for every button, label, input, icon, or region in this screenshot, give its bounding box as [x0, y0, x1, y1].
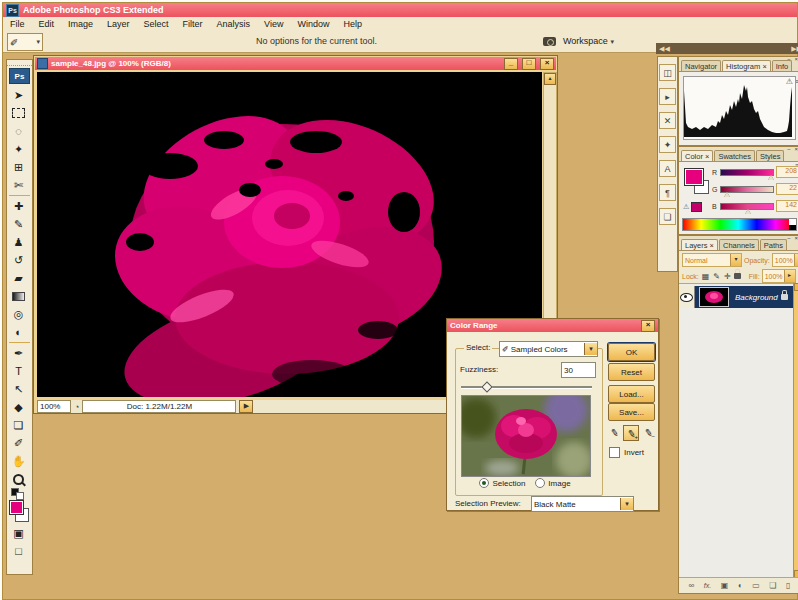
adjustment-layer-icon[interactable]: ◐ — [738, 581, 743, 590]
scroll-up-button[interactable] — [794, 283, 798, 291]
dialog-title-bar[interactable]: Color Range × — [447, 319, 658, 332]
color-spectrum-ramp[interactable] — [682, 218, 797, 231]
type-tool[interactable]: T — [7, 362, 30, 380]
expand-dock-button[interactable]: ▶▶ — [791, 45, 798, 53]
layer-name[interactable]: Background — [735, 293, 781, 302]
lock-pixels-icon[interactable]: ✎ — [713, 272, 720, 281]
tab-channels[interactable]: Channels — [719, 239, 759, 250]
link-layers-icon[interactable]: ∞ — [689, 581, 695, 590]
slider-thumb[interactable] — [768, 175, 774, 180]
selection-preview-dropdown[interactable]: Black Matte ▾ — [531, 496, 634, 512]
blur-tool[interactable]: ◎ — [7, 305, 30, 323]
green-slider[interactable] — [720, 186, 774, 193]
pen-tool[interactable]: ✒ — [7, 344, 30, 362]
panel-icon[interactable]: ▸ — [659, 88, 676, 105]
shape-tool[interactable]: ◆ — [7, 398, 30, 416]
lock-position-icon[interactable]: ✛ — [724, 272, 731, 281]
tab-close-icon[interactable]: × — [705, 152, 709, 161]
layers-scrollbar[interactable] — [793, 283, 798, 578]
reset-button[interactable]: Reset — [608, 363, 655, 381]
new-layer-icon[interactable]: ❏ — [769, 581, 776, 590]
close-button[interactable]: × — [540, 58, 554, 70]
gamut-color-swatch[interactable] — [691, 202, 702, 212]
tab-layers[interactable]: Layers × — [681, 239, 718, 250]
workspace-menu[interactable]: Workspace ▾ — [563, 36, 614, 46]
current-tool-button[interactable]: ✐ ▾ — [7, 33, 43, 51]
hand-tool[interactable]: ✋ — [7, 452, 30, 470]
eyedropper-tool[interactable]: ✐ — [7, 434, 30, 452]
chevron-down-icon[interactable]: ▾ — [584, 343, 597, 355]
dodge-tool[interactable]: ◐ — [7, 323, 30, 341]
menu-select[interactable]: Select — [137, 19, 176, 29]
checkbox-icon[interactable] — [609, 447, 620, 458]
visibility-toggle[interactable] — [679, 286, 695, 308]
chevron-down-icon[interactable]: ▾ — [730, 254, 741, 266]
fuzziness-slider[interactable] — [461, 383, 592, 391]
default-colors-button[interactable] — [7, 488, 30, 498]
zoom-tool[interactable] — [7, 470, 30, 488]
menu-image[interactable]: Image — [61, 19, 100, 29]
menu-view[interactable]: View — [257, 19, 290, 29]
bridge-icon[interactable] — [543, 37, 556, 46]
chevron-right-icon[interactable]: ▸ — [784, 270, 795, 282]
layer-thumbnail[interactable] — [699, 287, 729, 307]
crop-tool[interactable]: ⊞ — [7, 158, 30, 176]
notes-tool[interactable]: ❏ — [7, 416, 30, 434]
red-value[interactable]: 208 — [776, 166, 798, 178]
blue-value[interactable]: 142 — [776, 200, 798, 212]
chevron-down-icon[interactable]: ▾ — [36, 38, 40, 46]
collapse-dock-button[interactable]: ◀◀ — [659, 45, 670, 53]
minimize-button[interactable]: _ — [504, 58, 518, 70]
tab-color[interactable]: Color × — [681, 150, 713, 161]
background-layer-row[interactable]: Background — [679, 286, 794, 308]
quick-mask-button[interactable]: ▣ — [7, 524, 30, 542]
image-radio[interactable]: Image — [535, 478, 570, 488]
brush-tool[interactable]: ✎ — [7, 215, 30, 233]
healing-brush-tool[interactable]: ✚ — [7, 197, 30, 215]
gradient-tool[interactable] — [7, 287, 30, 305]
blue-slider[interactable] — [720, 203, 774, 210]
delete-layer-icon[interactable]: ▯ — [786, 581, 790, 590]
zoom-field[interactable]: 100% — [37, 400, 71, 413]
panel-corner-buttons[interactable]: − × — [787, 235, 798, 241]
toolbox-grip[interactable] — [7, 60, 32, 66]
tab-close-icon[interactable]: × — [762, 62, 766, 71]
lasso-tool[interactable]: ◌ — [7, 122, 30, 140]
eraser-tool[interactable]: ▰ — [7, 269, 30, 287]
scroll-up-button[interactable]: ▴ — [544, 73, 556, 85]
clone-stamp-tool[interactable]: ♟ — [7, 233, 30, 251]
maximize-button[interactable]: □ — [522, 58, 536, 70]
panel-icon[interactable]: ¶ — [659, 184, 676, 201]
chevron-right-icon[interactable]: ▸ — [794, 254, 798, 266]
move-tool[interactable]: ➤ — [7, 86, 30, 104]
menu-layer[interactable]: Layer — [100, 19, 137, 29]
tab-paths[interactable]: Paths — [760, 239, 787, 250]
lock-transparency-icon[interactable]: ▦ — [702, 272, 710, 281]
save-button[interactable]: Save... — [608, 403, 655, 421]
selection-radio[interactable]: Selection — [479, 478, 525, 488]
menu-window[interactable]: Window — [290, 19, 336, 29]
ok-button[interactable]: OK — [608, 343, 655, 361]
chevron-down-icon[interactable]: ▾ — [620, 498, 633, 510]
slider-thumb[interactable] — [724, 192, 730, 197]
new-group-icon[interactable]: ▭ — [752, 581, 760, 590]
panel-icon[interactable]: ◫ — [659, 64, 676, 81]
menu-analysis[interactable]: Analysis — [210, 19, 258, 29]
gamut-warning[interactable]: ⚠ — [683, 202, 702, 212]
tab-swatches[interactable]: Swatches — [714, 150, 755, 161]
selection-preview-image[interactable] — [461, 395, 591, 477]
add-eyedropper-button[interactable]: ✐+ — [623, 425, 639, 441]
app-title-bar[interactable]: Ps Adobe Photoshop CS3 Extended — [3, 3, 797, 17]
panel-icon[interactable]: ✕ — [659, 112, 676, 129]
tab-styles[interactable]: Styles — [756, 150, 784, 161]
menu-edit[interactable]: Edit — [32, 19, 62, 29]
tab-navigator[interactable]: Navigator — [681, 60, 721, 71]
tab-close-icon[interactable]: × — [710, 241, 714, 250]
lock-all-icon[interactable] — [734, 273, 741, 279]
marquee-tool[interactable] — [7, 104, 30, 122]
foreground-color-swatch[interactable] — [9, 500, 24, 515]
menu-file[interactable]: File — [3, 19, 32, 29]
foreground-color-swatch[interactable] — [684, 168, 704, 186]
slider-thumb[interactable] — [745, 209, 751, 214]
layer-mask-icon[interactable]: ▣ — [721, 581, 729, 590]
